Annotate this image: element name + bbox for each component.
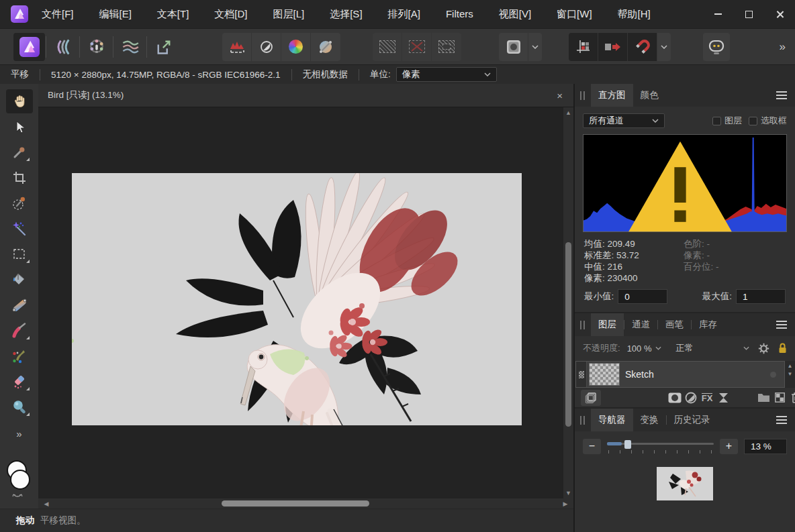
tab-navigator[interactable]: 导航器 [591,409,633,431]
menu-document[interactable]: 文档[D] [214,8,247,21]
toolbar-overflow-button[interactable]: » [780,40,786,54]
minimize-button[interactable] [702,0,733,28]
selection-brush-tool[interactable] [6,191,33,215]
colour-replacement-brush-tool[interactable] [6,344,33,368]
grip-icon[interactable] [580,91,585,100]
layer-effects-button[interactable]: FX [699,390,715,406]
tab-transform[interactable]: 变换 [633,409,666,431]
auto-levels-button[interactable] [222,33,252,61]
grip-icon[interactable] [580,416,585,425]
menu-filters[interactable]: Filters [446,8,473,21]
snapping-magnet-button[interactable] [628,33,657,61]
scroll-up-icon[interactable]: ▲ [563,107,573,118]
develop-persona-button[interactable] [81,33,112,61]
gradient-tool[interactable] [6,293,33,317]
zoom-slider-thumb[interactable] [624,440,631,449]
opacity-value[interactable]: 100 % [627,343,661,354]
auto-colour-button[interactable] [281,33,311,61]
delete-layer-button[interactable] [788,390,795,406]
zoom-tool[interactable] [6,395,33,419]
tab-stock[interactable]: 库存 [692,313,724,336]
maximize-button[interactable] [733,0,764,28]
menu-hamburger-icon[interactable] [776,91,787,99]
horizontal-scroll-thumb[interactable] [222,500,369,507]
colour-picker-tool[interactable] [6,140,33,164]
layer-name[interactable]: Sketch [625,369,654,380]
group-layers-button[interactable] [755,390,771,406]
marquee-tool[interactable] [6,242,33,266]
tab-channels[interactable]: 通道 [624,313,657,336]
menu-edit[interactable]: 编辑[E] [99,8,132,21]
tab-brushes[interactable]: 画笔 [658,313,691,336]
photo-persona-button[interactable] [13,33,45,61]
scroll-down-icon[interactable]: ▼ [788,371,793,377]
vertical-scrollbar[interactable]: ▲ ▼ [563,107,573,498]
deselect-button[interactable] [402,33,432,61]
document-tab[interactable]: Bird [只读] (13.1%) × [38,84,573,107]
layer-row-sketch[interactable]: Sketch [575,361,785,388]
menu-file[interactable]: 文件[F] [42,8,74,21]
tools-overflow-button[interactable]: » [16,428,21,439]
tab-history[interactable]: 历史记录 [667,409,718,431]
menu-select[interactable]: 选择[S] [330,8,362,21]
scroll-right-icon[interactable]: ▶ [560,498,571,509]
move-by-pixels-button[interactable] [598,33,628,61]
menu-text[interactable]: 文本[T] [157,8,189,21]
layer-checkbox[interactable] [712,117,721,125]
live-filter-button[interactable] [715,390,731,406]
crop-tool[interactable] [6,166,33,190]
auto-white-balance-button[interactable] [311,33,340,61]
paint-brush-tool[interactable] [6,319,33,343]
canvas-viewport[interactable]: ▲ ▼ [38,107,573,498]
adjustment-layer-button[interactable] [683,390,699,406]
lock-icon[interactable] [778,343,787,354]
scroll-down-icon[interactable]: ▼ [563,488,573,498]
horizontal-scrollbar[interactable]: ◀ ▶ [38,498,573,509]
tab-layers[interactable]: 图层 [591,313,624,336]
view-hand-tool[interactable] [6,89,33,113]
gear-icon[interactable] [758,343,769,354]
scroll-left-icon[interactable]: ◀ [41,498,52,509]
quick-mask-dropdown[interactable] [528,33,542,61]
menu-window[interactable]: 窗口[W] [557,8,592,21]
edit-all-layers-button[interactable] [581,390,601,406]
colour-swatches[interactable] [6,460,33,498]
menu-layer[interactable]: 图层[L] [273,8,305,21]
layer-list-scrollbar[interactable]: ▲ ▼ [785,361,795,388]
flood-select-tool[interactable] [6,217,33,241]
document-page[interactable] [72,173,522,425]
layer-edit-strip[interactable] [576,362,587,387]
liquify-persona-button[interactable] [47,33,79,61]
max-input[interactable]: 1 [736,289,786,304]
tab-histogram[interactable]: 直方图 [591,84,633,107]
select-all-button[interactable] [373,33,402,61]
zoom-slider[interactable] [607,439,714,454]
close-button[interactable] [764,0,795,28]
min-input[interactable]: 0 [618,289,667,304]
flood-fill-tool[interactable] [6,268,33,292]
menu-hamburger-icon[interactable] [776,321,787,329]
assistant-button[interactable] [703,33,730,61]
menu-arrange[interactable]: 排列[A] [388,8,420,21]
zoom-out-button[interactable]: − [583,439,601,454]
layer-thumbnail[interactable] [589,363,620,386]
grip-icon[interactable] [580,321,585,329]
menu-view[interactable]: 视图[V] [499,8,531,21]
menu-help[interactable]: 帮助[H] [618,8,651,21]
auto-contrast-button[interactable] [252,33,281,61]
vertical-scroll-thumb[interactable] [565,242,571,427]
scroll-up-icon[interactable]: ▲ [788,363,793,369]
navigator-thumbnail[interactable] [657,467,713,500]
tab-colour[interactable]: 颜色 [633,84,666,107]
layer-visibility-toggle[interactable] [770,372,776,378]
swap-colours-icon[interactable] [11,493,24,500]
tone-mapping-persona-button[interactable] [114,33,146,61]
blend-mode-select[interactable]: 正常 [676,342,694,354]
marquee-checkbox[interactable] [749,117,757,125]
menu-hamburger-icon[interactable] [776,416,787,424]
move-tool[interactable] [6,115,33,139]
snapping-dropdown[interactable] [657,33,671,61]
export-persona-button[interactable] [148,33,179,61]
tab-close-button[interactable]: × [555,90,564,101]
pixel-grid-button[interactable] [569,33,598,61]
